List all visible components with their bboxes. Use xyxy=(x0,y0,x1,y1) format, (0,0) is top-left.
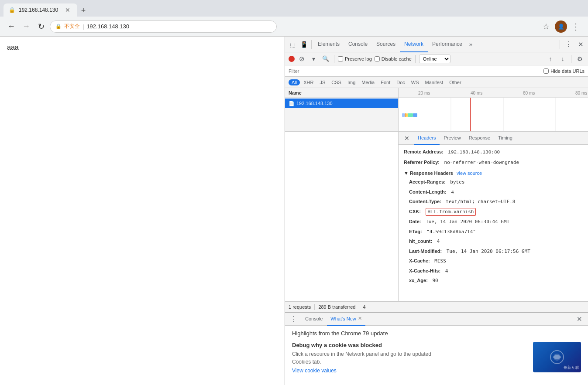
tab-sources[interactable]: Sources xyxy=(372,37,400,52)
type-btn-xhr[interactable]: XHR xyxy=(301,79,316,85)
content-type-val: text/html; charset=UTF-8 xyxy=(446,199,515,204)
preserve-log-label[interactable]: Preserve log xyxy=(338,56,372,61)
hit-count-key: hit_count: xyxy=(409,238,432,244)
x-cache-val: MISS xyxy=(434,258,446,264)
etag-val: "4-59c138d8ba714" xyxy=(426,229,476,235)
devtools-settings-btn[interactable]: ⋮ xyxy=(563,39,574,50)
type-btn-doc[interactable]: Doc xyxy=(394,79,408,85)
status-divider2 xyxy=(359,304,359,310)
etag-key: ETag: xyxy=(409,229,422,234)
bottom-tab-whats-new[interactable]: What's New ✕ xyxy=(327,313,365,326)
menu-button[interactable]: ⋮ xyxy=(569,20,583,34)
import-har-btn[interactable]: ↑ xyxy=(546,54,555,64)
referrer-policy-row: Referrer Policy: no-referrer-when-downgr… xyxy=(404,159,583,167)
new-tab-btn[interactable]: + xyxy=(77,4,89,17)
preserve-log-checkbox[interactable] xyxy=(338,56,343,61)
type-btn-ws[interactable]: WS xyxy=(409,79,422,85)
type-btn-font[interactable]: Font xyxy=(378,79,393,85)
whats-new-heading: Highlights from the Chrome 79 update xyxy=(292,330,581,337)
request-list-item[interactable]: 📄 192.168.148.130 xyxy=(285,99,398,108)
type-btn-css[interactable]: CSS xyxy=(329,79,344,85)
x-cache-hits-val: 4 xyxy=(445,268,448,274)
reload-button[interactable]: ↻ xyxy=(35,20,47,33)
filter-input[interactable] xyxy=(289,68,540,74)
bottom-close-btn[interactable]: ✕ xyxy=(574,314,585,324)
tab-response[interactable]: Response xyxy=(465,132,494,145)
hide-data-urls-label[interactable]: Hide data URLs xyxy=(543,68,585,74)
tab-close[interactable]: ✕ xyxy=(65,7,70,14)
url-text: 192.168.148.130 xyxy=(86,23,129,30)
disable-cache-checkbox[interactable] xyxy=(375,56,380,61)
address-separator: | xyxy=(83,23,84,30)
close-headers-btn[interactable]: ✕ xyxy=(402,133,412,143)
tab-headers[interactable]: Headers xyxy=(414,132,440,145)
search-network-btn[interactable]: 🔍 xyxy=(321,54,330,64)
browser-tab[interactable]: 🔒 192.168.148.130 ✕ xyxy=(3,3,77,17)
request-count: 1 requests xyxy=(289,304,311,310)
throttling-select[interactable]: Online Fast 3G Slow 3G Offline xyxy=(419,55,450,63)
devtools-close-btn[interactable]: ✕ xyxy=(575,39,586,50)
bottom-menu-btn[interactable]: ⋮ xyxy=(289,314,299,324)
back-button[interactable]: ← xyxy=(5,20,17,33)
request-header-split: ✕ Headers Preview Response Timing Remote… xyxy=(285,132,588,301)
tab-performance[interactable]: Performance xyxy=(428,37,467,52)
tab-favicon: 🔒 xyxy=(9,7,15,13)
header-accept-ranges: Accept-Ranges: bytes xyxy=(404,178,583,186)
content-type-key: Content-Type: xyxy=(409,199,441,204)
view-source-link[interactable]: view source xyxy=(457,170,482,176)
type-btn-all[interactable]: All xyxy=(289,79,300,85)
header-date: Date: Tue, 14 Jan 2020 06:30:44 GMT xyxy=(404,218,583,226)
svg-rect-9 xyxy=(402,113,405,117)
type-btn-other[interactable]: Other xyxy=(447,79,464,85)
tab-preview[interactable]: Preview xyxy=(440,132,464,145)
extra-stat: 4 xyxy=(363,304,365,310)
tab-network[interactable]: Network xyxy=(400,37,428,52)
whats-new-close-icon[interactable]: ✕ xyxy=(358,316,362,321)
device-icon-btn[interactable]: 📱 xyxy=(298,39,309,50)
headers-content: Remote Address: 192.168.148.130:80 Refer… xyxy=(399,145,588,301)
name-column-header: Name 📄 192.168.148.130 xyxy=(285,88,399,131)
tab-more[interactable]: » xyxy=(467,37,475,52)
header-content-length: Content-Length: 4 xyxy=(404,188,583,196)
waterfall-chart xyxy=(399,98,588,131)
disable-cache-label[interactable]: Disable cache xyxy=(375,56,412,61)
x-cache-hits-key: X-Cache-Hits: xyxy=(409,268,440,273)
svg-rect-11 xyxy=(406,113,408,117)
address-bar[interactable]: 🔒 不安全 | 192.168.148.130 xyxy=(50,20,277,33)
svg-text:80 ms: 80 ms xyxy=(575,91,587,95)
whats-new-item-link[interactable]: View cookie values xyxy=(292,368,528,374)
xx-age-key: xx_Age: xyxy=(409,278,428,283)
last-modified-key: Last-Modified: xyxy=(409,249,442,254)
headers-panel: ✕ Headers Preview Response Timing Remote… xyxy=(399,132,588,301)
inspect-icon-btn[interactable]: ⬚ xyxy=(287,39,298,50)
network-settings-btn[interactable]: ⚙ xyxy=(575,54,585,64)
whats-new-thumbnail: 创新互联 xyxy=(533,342,581,372)
stop-record-button[interactable]: ⊘ xyxy=(297,55,306,63)
svg-text:20 ms: 20 ms xyxy=(418,91,430,95)
bookmark-button[interactable]: ☆ xyxy=(539,20,553,34)
tab-title: 192.168.148.130 xyxy=(19,7,58,13)
bottom-tab-console[interactable]: Console xyxy=(302,313,326,326)
type-btn-manifest[interactable]: Manifest xyxy=(423,79,446,85)
security-icon: 🔒 xyxy=(55,24,62,29)
whats-new-item-desc: Click a resource in the Network panel an… xyxy=(292,350,528,366)
type-btn-js[interactable]: JS xyxy=(317,79,328,85)
tab-bar: 🔒 192.168.148.130 ✕ + xyxy=(0,0,588,17)
header-hit-count: hit_count: 4 xyxy=(404,238,583,245)
profile-button[interactable]: 👤 xyxy=(555,20,567,33)
type-btn-img[interactable]: Img xyxy=(345,79,358,85)
browser-chrome: 🔒 192.168.148.130 ✕ + ← → ↻ 🔒 不安全 | 192.… xyxy=(0,0,588,385)
header-x-cache: X-Cache: MISS xyxy=(404,257,583,265)
tab-console[interactable]: Console xyxy=(344,37,372,52)
hide-data-urls-checkbox[interactable] xyxy=(543,68,549,74)
record-button[interactable] xyxy=(289,56,295,62)
tab-timing[interactable]: Timing xyxy=(495,132,516,145)
tab-elements[interactable]: Elements xyxy=(313,37,344,52)
devtools-panel: ⬚ 📱 Elements Console Sources Network Per… xyxy=(285,37,588,385)
forward-button[interactable]: → xyxy=(20,20,32,33)
filter-toggle-btn[interactable]: ▾ xyxy=(309,54,318,64)
headers-tabs-row: ✕ Headers Preview Response Timing xyxy=(399,132,588,145)
network-content: Name 📄 192.168.148.130 20 ms xyxy=(285,88,588,312)
type-btn-media[interactable]: Media xyxy=(359,79,377,85)
export-har-btn[interactable]: ↓ xyxy=(558,54,567,64)
